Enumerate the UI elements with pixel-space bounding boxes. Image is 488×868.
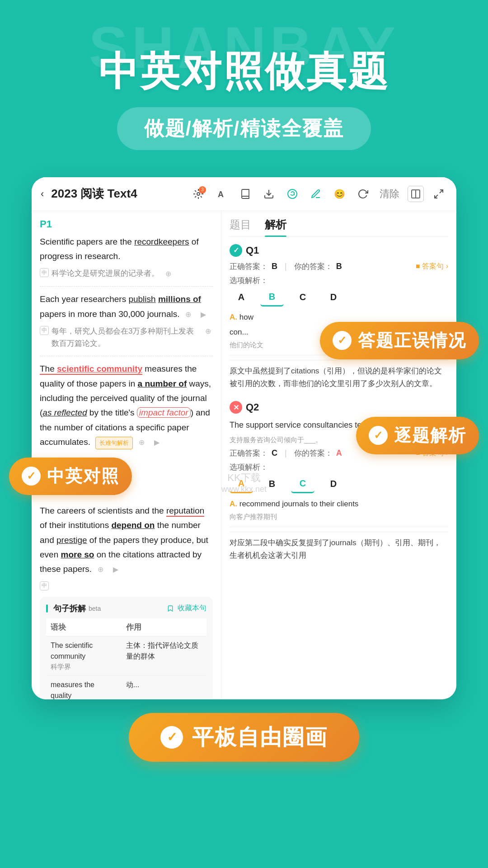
- copy-icon-2[interactable]: ⊕: [182, 308, 195, 321]
- q2-label: Q2: [246, 401, 259, 413]
- left-pane[interactable]: P1 Scientific papers are the recordkeepe…: [32, 211, 221, 699]
- emoji-icon[interactable]: 😊: [331, 185, 348, 203]
- copy-icon-1[interactable]: ⊕: [162, 267, 174, 280]
- q2-option-c[interactable]: C: [291, 475, 314, 493]
- balloon-tablet-check-icon: ✓: [160, 726, 183, 749]
- q1-label: Q1: [246, 245, 259, 256]
- table-row: The scientific community 科学界 主体：指代评估论文质量…: [46, 636, 206, 676]
- q2-separator: [230, 527, 448, 527]
- audio-icon-2[interactable]: ▶: [197, 308, 210, 321]
- audio-icon[interactable]: [284, 185, 301, 203]
- q1-analysis-text: 原文中虽然提到了citations（引用），但说的是科学家们的论文被引用的次数，…: [230, 360, 448, 390]
- q1-status-icon: ✓: [230, 244, 242, 257]
- table-row: measures the quality 动...: [46, 676, 206, 699]
- balloon-tablet-text: 平板自由圈画: [192, 723, 328, 752]
- q2-option-a[interactable]: A: [230, 475, 253, 493]
- audio-icon-4[interactable]: ▶: [109, 563, 122, 576]
- passage-p4-en: The careers of scientists and the reputa…: [40, 504, 213, 576]
- q2-options-row: A B C D: [230, 475, 448, 493]
- sentence-box-title: 句子拆解 beta: [46, 603, 101, 614]
- copy-icon-2b[interactable]: ⊕: [203, 325, 213, 338]
- settings-icon[interactable]: 3: [190, 185, 207, 203]
- q1-options-label: 选项解析：: [230, 275, 448, 286]
- q1-your-label: 你的答案：: [294, 261, 333, 272]
- col-chunk: 语块: [46, 618, 122, 637]
- passage-label: P1: [40, 218, 213, 230]
- q1-options-row: A B C D: [230, 288, 448, 307]
- font-icon[interactable]: A: [213, 185, 230, 203]
- q2-your-value: A: [336, 448, 342, 458]
- separator-2: [40, 356, 213, 356]
- balloon-check-icon: ✓: [333, 331, 352, 350]
- svg-line-6: [440, 190, 443, 193]
- tab-questions[interactable]: 题目: [230, 217, 251, 236]
- q1-header: ✓ Q1: [230, 244, 448, 257]
- balloon-answer-text: 答题正误情况: [358, 329, 466, 352]
- hero-title: 中英对照做真题: [0, 50, 488, 94]
- q1-your-value: B: [336, 262, 342, 271]
- q2-options-label: 选项解析：: [230, 462, 448, 472]
- balloon-step-analysis: ✓ 逐题解析: [356, 417, 479, 454]
- q2-option-b[interactable]: B: [260, 475, 284, 493]
- pen-icon[interactable]: [307, 185, 324, 203]
- q2-analysis-text: 对应第二段中确实反复提到了journals（期刊）、引用、期刊，生者机机会这著大…: [230, 532, 448, 562]
- q2-option-a-cn: 向客户推荐期刊: [230, 513, 448, 521]
- toolbar-icons: 3 A �: [190, 185, 447, 203]
- cn-icon-4: 中: [40, 581, 49, 590]
- q2-your-label: 你的答案：: [294, 448, 333, 458]
- q2-header: ✕ Q2: [230, 401, 448, 414]
- passage-p4-cn: 中: [40, 580, 213, 590]
- split-view-button[interactable]: [408, 186, 424, 202]
- clear-button[interactable]: 清除: [380, 187, 399, 201]
- balloon-bilingual: ✓ 中英对照: [9, 458, 132, 495]
- q1-answer-sentence-link[interactable]: ■ 答案句 ›: [416, 262, 448, 271]
- q2-option-d[interactable]: D: [322, 475, 345, 493]
- balloon-tablet-draw: ✓ 平板自由圈画: [129, 713, 359, 762]
- long-analysis-tag[interactable]: 长难句解析: [95, 437, 133, 449]
- q1-option-c[interactable]: C: [291, 288, 314, 307]
- audio-icon-3[interactable]: ▶: [150, 436, 163, 448]
- hero-subtitle-box: 做题/解析/精读全覆盖: [117, 107, 371, 150]
- balloon-answer-status: ✓ 答题正误情况: [320, 322, 479, 359]
- refresh-icon[interactable]: [354, 185, 371, 203]
- svg-point-0: [197, 193, 200, 195]
- q1-option-a[interactable]: A: [230, 288, 253, 307]
- toolbar-title: 2023 阅读 Text4: [51, 186, 137, 202]
- balloon-analysis-text: 逐题解析: [394, 424, 466, 447]
- col-role: 作用: [122, 618, 206, 637]
- chunk-cell-2: measures the quality: [46, 676, 122, 699]
- role-cell-2: 动...: [122, 676, 206, 699]
- q2-correct-label: 正确答案：: [230, 448, 268, 458]
- right-tabs: 题目 解析: [230, 211, 448, 237]
- cn-icon-1: 中: [40, 268, 49, 277]
- svg-line-7: [435, 195, 438, 198]
- download-icon[interactable]: [260, 185, 277, 203]
- svg-text:A: A: [218, 190, 224, 199]
- expand-icon[interactable]: [430, 185, 447, 203]
- copy-icon-3[interactable]: ⊕: [136, 436, 148, 448]
- save-sentence-button[interactable]: 收藏本句: [167, 604, 206, 613]
- right-pane[interactable]: 题目 解析 ✓ Q1 正确答案： B | 你的答案：: [221, 211, 456, 699]
- settings-badge: 3: [199, 186, 206, 193]
- hero-section: 中英对照做真题 做题/解析/精读全覆盖: [0, 0, 488, 177]
- balloon-analysis-check-icon: ✓: [369, 426, 388, 445]
- passage-p1-cn: 中 科学论文是研究进展的记录者。 ⊕: [40, 267, 213, 280]
- passage-p1-en: Scientific papers are the recordkeepers …: [40, 235, 213, 264]
- q1-answer-row: 正确答案： B | 你的答案： B ■ 答案句 ›: [230, 261, 448, 272]
- q2-status-icon: ✕: [230, 401, 242, 414]
- sentence-table: 语块 作用 The scientific community 科学界: [46, 618, 206, 699]
- q1-correct-value: B: [272, 262, 277, 271]
- q1-option-b[interactable]: B: [260, 288, 284, 307]
- q2-option-a-text: A. recommend journals to their clients: [230, 498, 448, 510]
- q1-option-d[interactable]: D: [322, 288, 345, 307]
- separator-1: [40, 286, 213, 287]
- q2-correct-value: C: [272, 448, 277, 458]
- beta-label: beta: [89, 605, 101, 612]
- book-icon[interactable]: [237, 185, 254, 203]
- q1-correct-label: 正确答案：: [230, 261, 268, 272]
- role-cell: 主体：指代评估论文质量的群体: [122, 636, 206, 676]
- copy-icon-4[interactable]: ⊕: [94, 563, 107, 576]
- cn-icon-2: 中: [40, 326, 49, 335]
- back-button[interactable]: ‹: [41, 188, 44, 200]
- tab-analysis[interactable]: 解析: [265, 217, 286, 236]
